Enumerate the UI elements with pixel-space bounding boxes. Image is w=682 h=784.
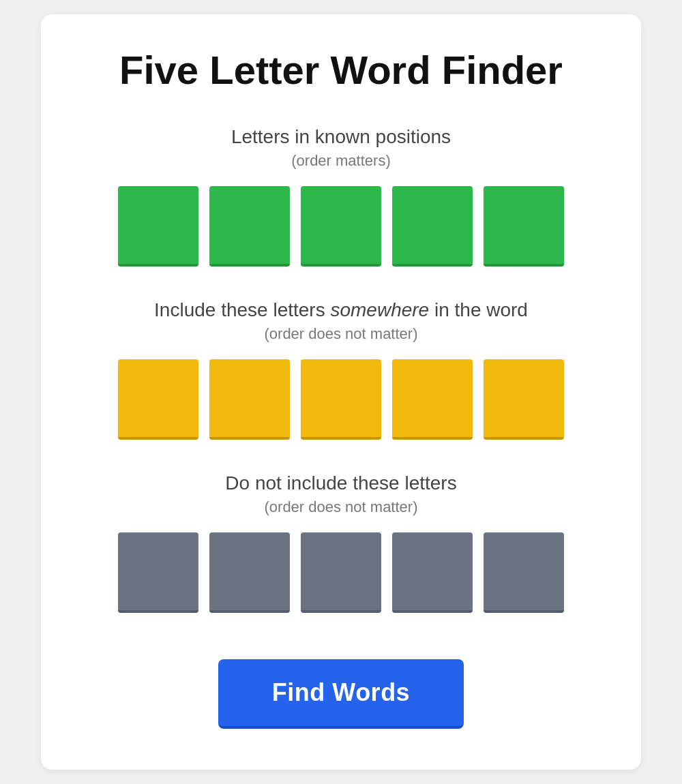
green-tile-2[interactable] [209,186,290,267]
exclude-letters-section: Do not include these letters (order does… [82,472,600,613]
include-title-italic: somewhere [330,299,429,320]
green-tile-1[interactable] [118,186,198,267]
page-title: Five Letter Word Finder [119,48,563,92]
gray-input-4[interactable] [392,532,473,610]
gray-input-2[interactable] [209,532,290,610]
include-title-end: in the word [429,299,528,320]
green-input-3[interactable] [301,186,381,264]
exclude-letters-tiles [118,532,564,613]
gray-input-1[interactable] [118,532,198,610]
yellow-tile-5[interactable] [484,359,564,440]
green-input-1[interactable] [118,186,198,264]
find-words-button[interactable]: Find Words [218,659,464,729]
yellow-input-3[interactable] [301,359,381,437]
include-letters-tiles [118,359,564,440]
green-input-4[interactable] [392,186,473,264]
yellow-input-5[interactable] [484,359,564,437]
yellow-input-1[interactable] [118,359,198,437]
main-card: Five Letter Word Finder Letters in known… [41,14,641,770]
yellow-input-4[interactable] [392,359,473,437]
known-positions-section: Letters in known positions (order matter… [82,126,600,267]
gray-input-5[interactable] [484,532,564,610]
yellow-tile-1[interactable] [118,359,198,440]
include-letters-title: Include these letters somewhere in the w… [154,299,528,321]
gray-tile-1[interactable] [118,532,198,613]
gray-tile-5[interactable] [484,532,564,613]
exclude-letters-title: Do not include these letters [225,472,456,494]
gray-tile-3[interactable] [301,532,381,613]
known-positions-title: Letters in known positions [231,126,451,148]
gray-tile-4[interactable] [392,532,473,613]
yellow-tile-3[interactable] [301,359,381,440]
known-positions-subtitle: (order matters) [291,152,390,170]
include-letters-subtitle: (order does not matter) [265,325,418,343]
yellow-tile-2[interactable] [209,359,290,440]
yellow-input-2[interactable] [209,359,290,437]
include-letters-section: Include these letters somewhere in the w… [82,299,600,440]
exclude-letters-subtitle: (order does not matter) [265,498,418,516]
gray-tile-2[interactable] [209,532,290,613]
green-input-2[interactable] [209,186,290,264]
include-title-plain: Include these letters [154,299,330,320]
green-input-5[interactable] [484,186,564,264]
green-tile-3[interactable] [301,186,381,267]
yellow-tile-4[interactable] [392,359,473,440]
gray-input-3[interactable] [301,532,381,610]
green-tile-4[interactable] [392,186,473,267]
known-positions-tiles [118,186,564,267]
green-tile-5[interactable] [484,186,564,267]
